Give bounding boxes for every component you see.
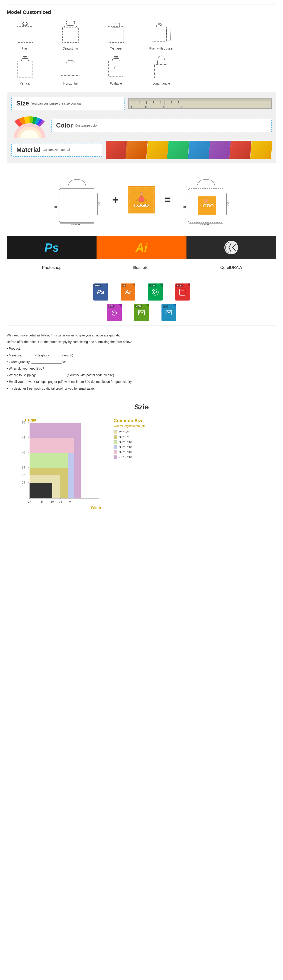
- svg-text:Side: Side: [226, 200, 229, 206]
- size-sub: You can customize the size you want: [32, 102, 83, 105]
- file-pdf: PDF: [172, 283, 193, 301]
- svg-line-52: [55, 223, 60, 225]
- bag-foldable-label: Foldable: [110, 82, 122, 85]
- bag-tshape: T-shape: [98, 20, 134, 50]
- svg-line-69: [185, 188, 189, 193]
- svg-line-51: [94, 188, 98, 193]
- bag-horizontal: Horizontal: [52, 55, 89, 85]
- svg-rect-17: [114, 56, 118, 59]
- bag-tshape-label: T-shape: [110, 46, 122, 50]
- info-line3: • Product:___________: [7, 346, 276, 352]
- file-ai: AI Ai: [118, 283, 138, 301]
- file-cdr: CDR: [145, 283, 165, 301]
- svg-text:Height: Height: [25, 418, 36, 422]
- material-title: Material: [16, 146, 40, 153]
- bag-foldable: Foldable: [98, 55, 134, 85]
- legend-item-1: 30*35*8: [114, 435, 147, 439]
- equals-sign: =: [164, 193, 171, 207]
- info-line4: • Measure: _______(Height) x _______(len…: [7, 353, 276, 358]
- chart-container: Height: [11, 416, 272, 511]
- bag-models-grid: Plain Drawstring T: [7, 20, 276, 85]
- bag-plain: Plain: [7, 20, 43, 50]
- formats-row-2: EPS JPG: [104, 304, 179, 321]
- svg-point-76: [204, 199, 208, 203]
- coreldraw-label: CorelDRAW: [187, 264, 276, 272]
- svg-text:35: 35: [59, 500, 62, 503]
- info-line7: • Where to Shipping: _________________(C…: [7, 372, 276, 378]
- bag-drawstring: Drawstring: [52, 20, 89, 50]
- svg-line-70: [223, 188, 228, 193]
- bag-long-handle: Long handle: [143, 55, 179, 85]
- svg-rect-21: [155, 64, 168, 78]
- customize-color-box: Color Customize color: [51, 119, 272, 132]
- svg-rect-49: [60, 188, 94, 223]
- chart-area: Height: [11, 416, 107, 511]
- bag-diagram-left: High Side Bottom Wide: [51, 175, 103, 225]
- svg-rect-5: [108, 27, 124, 43]
- legend-item-3: 35*40*10: [114, 445, 147, 449]
- plus-sign: +: [112, 193, 119, 207]
- customize-material-box: Material Customize material: [11, 143, 102, 157]
- bag-plain-label: Plain: [21, 46, 28, 50]
- cdr-file-icon: [151, 288, 159, 296]
- legend-color-2: [114, 440, 117, 444]
- svg-text:1: 1: [131, 106, 133, 108]
- info-section: We need more detail as follow, This will…: [7, 332, 276, 391]
- formats-grid: PSD Ps AI Ai CDR: [11, 283, 272, 321]
- svg-text:24: 24: [40, 500, 44, 503]
- legend-title2: Width*Height*Depth (cm): [114, 424, 147, 428]
- svg-line-53: [94, 223, 98, 225]
- material-visual: [106, 141, 272, 159]
- material-sub: Customize material: [43, 148, 70, 152]
- size-title: Size: [16, 100, 29, 107]
- file-psd: PSD Ps: [90, 283, 111, 301]
- legend-color-4: [114, 450, 117, 454]
- chart-title: Szie: [11, 403, 272, 411]
- svg-rect-23: [128, 99, 272, 101]
- svg-text:17: 17: [28, 500, 31, 503]
- customize-color-row: Color Customize color: [11, 113, 272, 138]
- legend-item-0: 24*32*8: [114, 430, 147, 434]
- logo-box: LOGO: [128, 186, 155, 213]
- svg-rect-12: [18, 61, 32, 78]
- svg-line-72: [223, 223, 228, 225]
- eps-file-icon: [110, 309, 119, 317]
- svg-rect-88: [180, 289, 185, 295]
- bag-plain-gusset: Plain with gusset: [143, 20, 179, 50]
- info-line6: • When do you need it by? ______________…: [7, 366, 276, 371]
- bag-vertical: Vertical: [7, 55, 43, 85]
- svg-text:40: 40: [68, 500, 71, 503]
- svg-text:2: 2: [145, 106, 147, 108]
- svg-point-97: [167, 311, 168, 312]
- bag-diagram-right: LOGO High Side Bottom Wide: [180, 175, 232, 225]
- legend-color-3: [114, 445, 117, 449]
- bag-drawstring-label: Drawstring: [63, 46, 78, 50]
- svg-line-3: [66, 22, 67, 25]
- coreldraw-block: [187, 236, 276, 259]
- svg-rect-13: [23, 56, 27, 59]
- bag-vertical-label: Vertical: [20, 82, 30, 85]
- legend-size-4: 35*45*10: [119, 450, 132, 454]
- svg-rect-9: [166, 29, 171, 40]
- svg-text:30: 30: [51, 500, 54, 503]
- svg-rect-14: [61, 63, 80, 75]
- svg-text:LOGO: LOGO: [200, 203, 214, 208]
- pdf-file-icon: [178, 288, 187, 296]
- svg-rect-106: [30, 483, 52, 498]
- file-eps: EPS: [104, 304, 125, 321]
- info-line2: Before offer the price. Get the quote si…: [7, 339, 276, 345]
- customize-material-row: Material Customize material: [11, 141, 272, 159]
- illustrator-block: Ai: [96, 236, 186, 259]
- bag-row-1: Plain Drawstring T: [7, 20, 276, 50]
- svg-text:50: 50: [22, 421, 25, 424]
- svg-rect-0: [17, 27, 33, 43]
- info-line5: • Order Quantity: _________________pcs: [7, 359, 276, 365]
- svg-point-95: [139, 311, 141, 312]
- formats-section: PSD Ps AI Ai CDR: [7, 279, 276, 326]
- software-section: Ps Ai: [7, 236, 276, 259]
- svg-line-50: [55, 188, 60, 193]
- svg-rect-15: [69, 59, 72, 61]
- svg-text:24: 24: [22, 481, 25, 484]
- legend-size-5: 40*50*10: [119, 455, 132, 459]
- file-tif: TIF: [158, 304, 179, 321]
